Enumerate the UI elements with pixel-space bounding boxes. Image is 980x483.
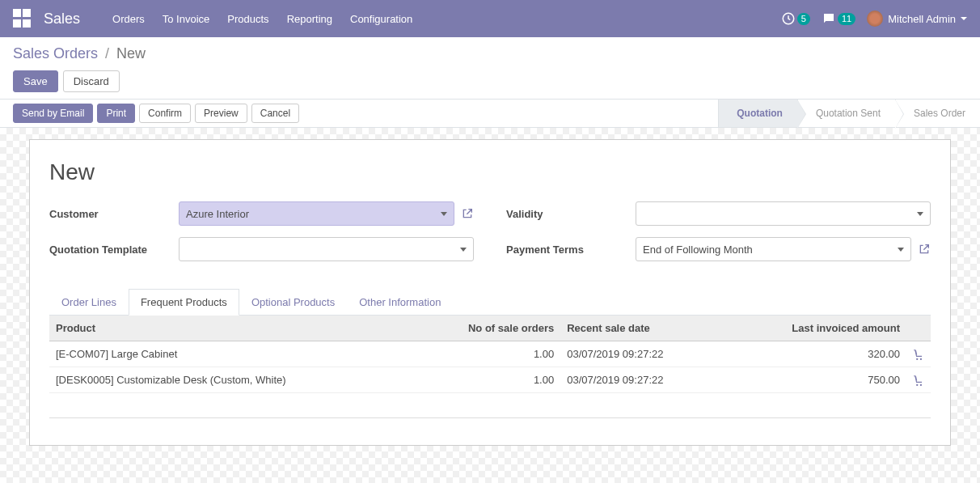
user-name: Mitchell Admin [888,13,956,25]
cell-product: [E-COM07] Large Cabinet [49,341,437,367]
validity-label: Validity [506,208,636,220]
avatar [867,11,883,27]
breadcrumb-root[interactable]: Sales Orders [13,45,98,61]
breadcrumb-current: New [116,45,146,61]
action-bar: Send by Email Print Confirm Preview Canc… [0,99,980,128]
chevron-down-icon [917,212,923,216]
tab-other-information[interactable]: Other Information [347,289,453,316]
form-canvas: New Customer Azure Interior [0,128,980,483]
tabs: Order Lines Frequent Products Optional P… [49,289,931,316]
cell-date: 03/07/2019 09:27:22 [560,341,719,367]
tab-order-lines[interactable]: Order Lines [49,289,129,316]
cell-amount: 320.00 [719,341,906,367]
chat-icon [822,11,836,26]
chevron-down-icon [961,17,967,20]
preview-button[interactable]: Preview [195,104,247,123]
app-brand[interactable]: Sales [44,11,80,28]
chevron-down-icon [898,248,904,252]
table-row[interactable]: [DESK0005] Customizable Desk (Custom, Wh… [49,367,931,393]
status-bar: Quotation Quotation Sent Sales Order [718,100,980,127]
customer-external-link[interactable] [461,207,474,220]
col-date: Recent sale date [560,316,719,341]
activities-button[interactable]: 5 [781,11,810,26]
nav-item-products[interactable]: Products [227,13,268,25]
table-row[interactable]: [E-COM07] Large Cabinet 1.00 03/07/2019 … [49,341,931,367]
messages-button[interactable]: 11 [822,11,855,26]
validity-select[interactable] [636,201,931,226]
form-sheet: New Customer Azure Interior [29,139,951,446]
customer-value: Azure Interior [186,208,249,220]
chevron-down-icon [460,248,467,252]
payment-select[interactable]: End of Following Month [636,237,911,261]
cell-amount: 750.00 [719,367,906,393]
cancel-button[interactable]: Cancel [251,104,299,123]
nav-menu: Orders To Invoice Products Reporting Con… [112,13,412,25]
template-label: Quotation Template [49,244,179,256]
cell-date: 03/07/2019 09:27:22 [560,367,719,393]
activities-badge: 5 [797,13,810,25]
nav-item-configuration[interactable]: Configuration [350,13,412,25]
external-link-icon [461,207,474,220]
breadcrumb: Sales Orders / New [13,45,967,62]
top-navbar: Sales Orders To Invoice Products Reporti… [0,0,980,37]
add-to-cart-button[interactable] [906,341,931,367]
status-sales-order[interactable]: Sales Order [895,100,980,127]
nav-item-reporting[interactable]: Reporting [287,13,332,25]
col-action [906,316,931,341]
external-link-icon [918,243,931,256]
cell-orders: 1.00 [437,367,561,393]
customer-select[interactable]: Azure Interior [179,201,454,226]
status-quotation-sent[interactable]: Quotation Sent [797,100,895,127]
save-button[interactable]: Save [13,70,58,92]
template-select[interactable] [179,237,474,261]
tab-optional-products[interactable]: Optional Products [239,289,347,316]
cart-icon [913,375,924,386]
chevron-down-icon [441,212,447,216]
discard-button[interactable]: Discard [63,70,120,92]
clock-icon [781,11,796,26]
payment-external-link[interactable] [918,243,931,256]
nav-item-orders[interactable]: Orders [112,13,145,25]
breadcrumb-bar: Sales Orders / New Save Discard [0,37,980,99]
apps-icon[interactable] [13,9,32,28]
messages-badge: 11 [838,13,855,25]
payment-value: End of Following Month [643,244,753,256]
print-button[interactable]: Print [97,104,135,123]
frequent-products-table: Product No of sale orders Recent sale da… [49,316,931,393]
add-to-cart-button[interactable] [906,367,931,393]
col-amount: Last invoiced amount [719,316,906,341]
cart-icon [913,349,924,360]
cell-orders: 1.00 [437,341,561,367]
user-menu[interactable]: Mitchell Admin [867,11,967,27]
breadcrumb-sep: / [105,45,109,61]
cell-product: [DESK0005] Customizable Desk (Custom, Wh… [49,367,437,393]
col-orders: No of sale orders [437,316,561,341]
tab-frequent-products[interactable]: Frequent Products [129,289,239,316]
status-quotation[interactable]: Quotation [718,100,797,127]
sheet-footer-divider [49,417,931,426]
nav-item-to-invoice[interactable]: To Invoice [163,13,210,25]
page-title: New [49,159,931,185]
send-email-button[interactable]: Send by Email [13,104,93,123]
confirm-button[interactable]: Confirm [139,104,191,123]
customer-label: Customer [49,208,179,220]
col-product: Product [49,316,437,341]
payment-label: Payment Terms [506,244,636,256]
